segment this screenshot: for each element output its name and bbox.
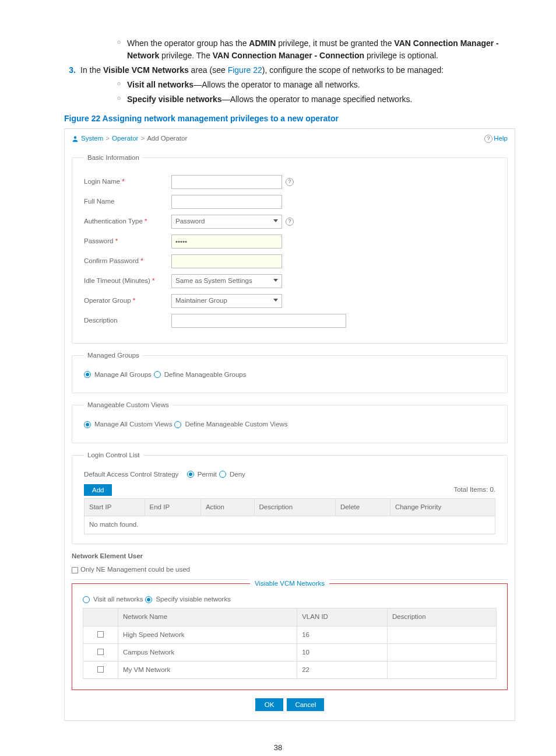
idle-timeout-value: Same as System Settings [175, 276, 252, 286]
radio-manage-all-views[interactable] [84, 421, 91, 428]
col-end-ip: End IP [145, 499, 200, 516]
screenshot-container: System > Operator > Add Operator ? Help … [64, 128, 515, 721]
chevron-down-icon [273, 279, 278, 282]
cell-network-name: Campus Network [118, 643, 297, 661]
cell-network-name: My VM Network [118, 662, 297, 679]
breadcrumb-operator[interactable]: Operator [112, 134, 138, 144]
help-link[interactable]: ? Help [481, 134, 508, 144]
cell-description [388, 626, 497, 643]
idle-timeout-select[interactable]: Same as System Settings [171, 274, 282, 288]
bullet-circle-icon: ○ [111, 37, 127, 62]
login-control-legend: Login Control List [84, 450, 143, 460]
idle-timeout-label: Idle Timeout (Minutes) [84, 276, 171, 286]
fullname-label: Full Name [84, 197, 171, 206]
col-priority: Change Priority [390, 499, 495, 516]
empty-row: No match found. [85, 516, 495, 534]
login-control-table: Start IP End IP Action Description Delet… [84, 498, 495, 534]
strategy-label: Default Access Control Strategy [84, 470, 178, 480]
chevron-down-icon [273, 299, 278, 302]
bullet-circle-icon: ○ [111, 93, 127, 106]
only-ne-checkbox[interactable] [72, 567, 78, 573]
col-description: Description [388, 608, 497, 626]
custom-views-section: Manageable Custom Views Manage All Custo… [72, 400, 508, 443]
radio-define-groups[interactable] [154, 371, 161, 378]
help-icon[interactable]: ? [286, 218, 294, 226]
operator-group-select[interactable]: Maintainer Group [171, 294, 282, 308]
col-delete: Delete [335, 499, 390, 516]
col-description: Description [254, 499, 335, 516]
login-name-label: Login Name [84, 177, 171, 187]
managed-groups-legend: Managed Groups [84, 351, 143, 360]
only-ne-label: Only NE Management could be used [80, 565, 190, 575]
cancel-button[interactable]: Cancel [287, 698, 324, 711]
visible-networks-section: Visiable VCM Networks Visit all networks… [72, 583, 508, 690]
description-input[interactable] [171, 314, 346, 328]
breadcrumb-current: Add Operator [147, 134, 187, 144]
visible-networks-legend: Visiable VCM Networks [250, 579, 329, 589]
radio-permit[interactable] [187, 471, 194, 478]
col-network-name: Network Name [118, 608, 297, 626]
bullet-visit-text: Visit all networks—Allows the operator t… [127, 79, 515, 91]
help-label: Help [494, 134, 508, 144]
confirm-password-label: Confirm Password [84, 256, 171, 266]
password-input[interactable] [171, 235, 282, 249]
cell-description [388, 662, 497, 679]
total-items-label: Total Items: 0. [453, 485, 495, 495]
step-text: In the Visible VCM Networks area (see Fi… [80, 64, 515, 76]
add-button[interactable]: Add [84, 484, 112, 496]
operator-group-label: Operator Group [84, 296, 171, 306]
cell-vlan-id: 22 [297, 662, 388, 679]
fullname-input[interactable] [171, 195, 282, 209]
basic-info-section: Basic Information Login Name ? Full Name… [72, 153, 508, 343]
row-checkbox[interactable] [97, 666, 104, 673]
row-checkbox[interactable] [97, 631, 104, 638]
table-row: My VM Network22 [83, 662, 497, 679]
managed-groups-section: Managed Groups Manage All Groups Define … [72, 351, 508, 394]
visible-networks-table: Network Name VLAN ID Description High Sp… [83, 608, 497, 679]
confirm-password-input[interactable] [171, 254, 282, 268]
operator-group-value: Maintainer Group [175, 296, 227, 306]
custom-views-legend: Manageable Custom Views [84, 400, 173, 410]
table-row: High Speed Network16 [83, 626, 497, 643]
login-name-input[interactable] [171, 175, 282, 189]
breadcrumb-sep: > [105, 134, 110, 144]
breadcrumb-sep: > [140, 134, 145, 144]
login-control-section: Login Control List Default Access Contro… [72, 450, 508, 544]
radio-specify-visible[interactable] [145, 596, 152, 603]
radio-define-views[interactable] [174, 421, 181, 428]
authtype-label: Authentication Type [84, 216, 171, 226]
password-label: Password [84, 236, 171, 246]
radio-visit-all[interactable] [83, 596, 90, 603]
description-label: Description [84, 316, 171, 326]
table-row: Campus Network10 [83, 643, 497, 661]
col-start-ip: Start IP [85, 499, 145, 516]
radio-manage-all-views-label: Manage All Custom Views [94, 419, 172, 429]
row-checkbox[interactable] [97, 649, 104, 655]
bullet-circle-icon: ○ [111, 79, 127, 91]
ok-button[interactable]: OK [255, 698, 284, 711]
radio-manage-all-groups-label: Manage All Groups [94, 370, 152, 380]
col-action: Action [200, 499, 254, 516]
radio-define-views-label: Define Manageable Custom Views [185, 419, 287, 429]
svg-point-0 [74, 136, 77, 139]
radio-deny-label: Deny [230, 470, 245, 480]
breadcrumb-bar: System > Operator > Add Operator ? Help [72, 131, 508, 148]
ne-user-title: Network Element User [72, 551, 508, 561]
basic-info-legend: Basic Information [84, 153, 143, 163]
radio-deny[interactable] [219, 471, 226, 478]
radio-visit-all-label: Visit all networks [93, 594, 143, 604]
bullet-admin-text: When the operator group has the ADMIN pr… [127, 37, 515, 62]
radio-permit-label: Permit [198, 470, 217, 480]
figure-caption: Figure 22 Assigning network management p… [64, 113, 515, 125]
authtype-select[interactable]: Password [171, 215, 282, 229]
col-vlan-id: VLAN ID [297, 608, 388, 626]
radio-manage-all-groups[interactable] [84, 371, 91, 378]
breadcrumb-system[interactable]: System [81, 134, 103, 144]
page-number: 38 [41, 742, 515, 754]
cell-vlan-id: 10 [297, 643, 388, 661]
cell-vlan-id: 16 [297, 626, 388, 643]
authtype-value: Password [175, 216, 205, 226]
cell-description [388, 643, 497, 661]
person-icon [72, 135, 79, 142]
help-icon[interactable]: ? [286, 178, 294, 186]
